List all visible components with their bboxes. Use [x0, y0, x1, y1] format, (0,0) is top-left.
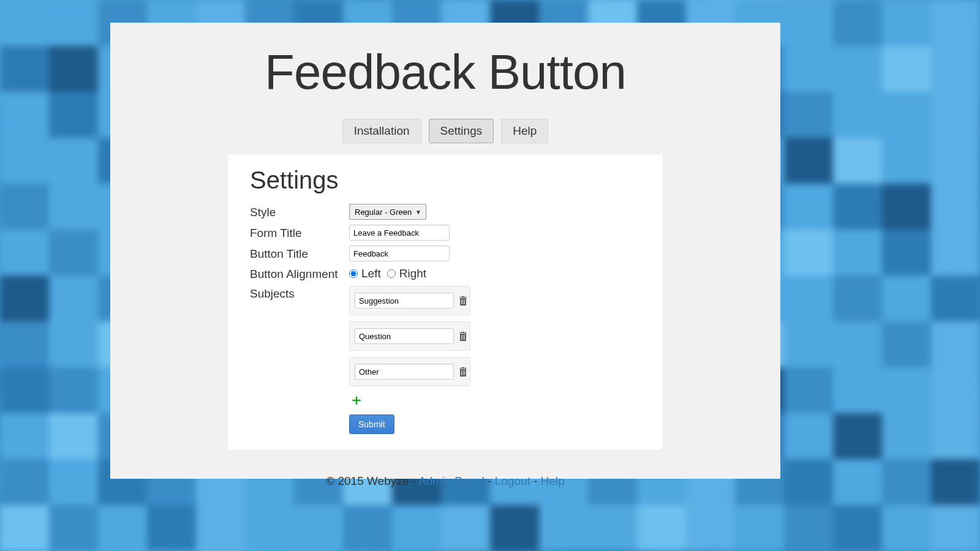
main-panel: Feedback Button Installation Settings He… [110, 23, 780, 479]
settings-card: Settings Style Regular - Green ▼ Form Ti… [228, 154, 663, 450]
footer-link-admin-panel[interactable]: Admin Panel [418, 474, 484, 487]
row-style: Style Regular - Green ▼ [228, 201, 663, 222]
label-style: Style [250, 204, 349, 219]
row-subjects: Subjects [228, 283, 663, 437]
plus-icon: ＋ [349, 391, 364, 408]
subject-item [349, 357, 470, 386]
subject-input-0[interactable] [355, 293, 454, 309]
tab-settings[interactable]: Settings [429, 119, 494, 143]
subject-item [349, 321, 470, 351]
radio-left[interactable] [349, 269, 358, 278]
row-form-title: Form Title [228, 222, 663, 243]
style-select-wrap: Regular - Green ▼ [349, 204, 426, 220]
label-subjects: Subjects [250, 286, 349, 301]
radio-right[interactable] [387, 269, 396, 278]
radio-left-label: Left [361, 267, 381, 280]
subject-item [349, 286, 470, 315]
radio-right-label: Right [399, 267, 426, 280]
tab-installation[interactable]: Installation [342, 119, 421, 143]
label-button-alignment: Button Alignment [250, 266, 349, 281]
footer: © 2015 Webyze - Admin Panel - Logout - H… [110, 474, 780, 488]
subjects-column: ＋ Submit [349, 286, 470, 434]
style-select[interactable]: Regular - Green [349, 204, 426, 220]
footer-link-help[interactable]: Help [541, 474, 565, 487]
page-title: Feedback Button [110, 44, 780, 100]
form-title-input[interactable] [349, 225, 450, 241]
subject-input-2[interactable] [355, 364, 454, 380]
subject-input-1[interactable] [355, 328, 454, 344]
trash-icon [459, 331, 467, 341]
tab-help[interactable]: Help [501, 119, 548, 143]
row-button-alignment: Button Alignment Left Right [228, 264, 663, 283]
delete-subject-button[interactable] [459, 367, 467, 377]
footer-sep: - [484, 474, 495, 487]
alignment-radio-group: Left Right [349, 267, 426, 280]
trash-icon [459, 367, 467, 377]
label-button-title: Button Title [250, 246, 349, 261]
submit-button[interactable]: Submit [349, 414, 394, 434]
delete-subject-button[interactable] [459, 296, 467, 305]
footer-sep: - [530, 474, 541, 487]
label-form-title: Form Title [250, 225, 349, 240]
add-subject-button[interactable]: ＋ [349, 392, 364, 407]
row-button-title: Button Title [228, 243, 663, 264]
tab-bar: Installation Settings Help [342, 119, 549, 143]
button-title-input[interactable] [349, 246, 450, 261]
settings-heading: Settings [250, 167, 663, 194]
delete-subject-button[interactable] [459, 331, 467, 341]
trash-icon [459, 296, 467, 305]
footer-link-logout[interactable]: Logout [495, 474, 530, 487]
footer-copyright: © 2015 Webyze - [326, 474, 418, 487]
